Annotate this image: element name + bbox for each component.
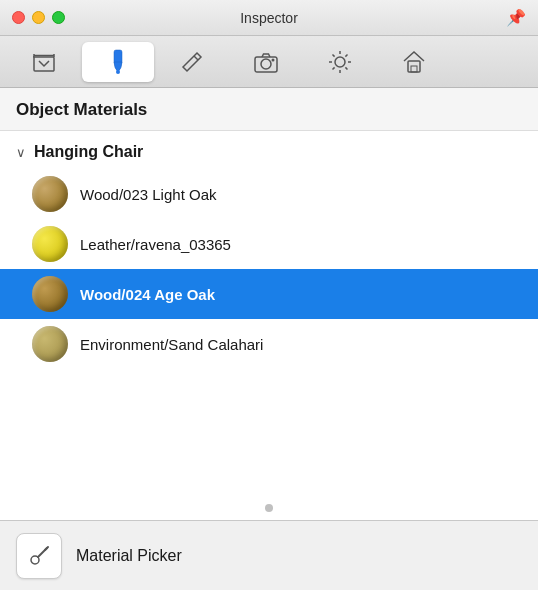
tab-dimensions[interactable] bbox=[8, 42, 80, 82]
home-icon bbox=[401, 49, 427, 75]
content-area: ∨ Hanging Chair Wood/023 Light Oak Leath… bbox=[0, 131, 538, 496]
picker-icon bbox=[27, 544, 51, 568]
chevron-icon: ∨ bbox=[16, 145, 26, 160]
svg-line-24 bbox=[45, 547, 48, 550]
svg-point-6 bbox=[116, 70, 120, 74]
tab-edit[interactable] bbox=[156, 42, 228, 82]
svg-line-18 bbox=[345, 54, 347, 56]
svg-line-16 bbox=[333, 54, 335, 56]
svg-point-9 bbox=[261, 59, 271, 69]
dimensions-icon bbox=[31, 49, 57, 75]
maximize-button[interactable] bbox=[52, 11, 65, 24]
material-name-wood-age: Wood/024 Age Oak bbox=[80, 286, 215, 303]
bottom-bar: Material Picker bbox=[0, 520, 538, 590]
titlebar: Inspector 📌 bbox=[0, 0, 538, 36]
edit-icon bbox=[180, 50, 204, 74]
material-swatch-wood-age bbox=[32, 276, 68, 312]
sun-icon bbox=[327, 49, 353, 75]
section-title: Object Materials bbox=[16, 100, 147, 119]
material-swatch-leather bbox=[32, 226, 68, 262]
traffic-lights bbox=[12, 11, 65, 24]
svg-point-11 bbox=[335, 57, 345, 67]
picker-label: Material Picker bbox=[76, 547, 182, 565]
material-swatch-wood-light bbox=[32, 176, 68, 212]
close-button[interactable] bbox=[12, 11, 25, 24]
svg-line-17 bbox=[345, 67, 347, 69]
material-item-wood-age[interactable]: Wood/024 Age Oak bbox=[0, 269, 538, 319]
material-name-sand: Environment/Sand Calahari bbox=[80, 336, 263, 353]
svg-rect-0 bbox=[34, 57, 54, 71]
svg-line-19 bbox=[333, 67, 335, 69]
tab-home[interactable] bbox=[378, 42, 450, 82]
camera-icon bbox=[253, 50, 279, 74]
material-item-leather[interactable]: Leather/ravena_03365 bbox=[0, 219, 538, 269]
minimize-button[interactable] bbox=[32, 11, 45, 24]
material-item-sand[interactable]: Environment/Sand Calahari bbox=[0, 319, 538, 369]
toolbar bbox=[0, 36, 538, 88]
group-header[interactable]: ∨ Hanging Chair bbox=[0, 131, 538, 169]
scroll-indicator bbox=[0, 496, 538, 520]
material-item-wood-light[interactable]: Wood/023 Light Oak bbox=[0, 169, 538, 219]
svg-line-7 bbox=[194, 56, 198, 60]
material-name-wood-light: Wood/023 Light Oak bbox=[80, 186, 216, 203]
brush-icon bbox=[105, 48, 131, 76]
tab-camera[interactable] bbox=[230, 42, 302, 82]
tab-sun[interactable] bbox=[304, 42, 376, 82]
section-header: Object Materials bbox=[0, 88, 538, 131]
group-name: Hanging Chair bbox=[34, 143, 143, 161]
material-picker-button[interactable] bbox=[16, 533, 62, 579]
tab-materials[interactable] bbox=[82, 42, 154, 82]
material-name-leather: Leather/ravena_03365 bbox=[80, 236, 231, 253]
window-title: Inspector bbox=[240, 10, 298, 26]
pin-icon[interactable]: 📌 bbox=[506, 8, 526, 27]
material-swatch-sand bbox=[32, 326, 68, 362]
svg-rect-21 bbox=[411, 66, 417, 72]
svg-point-10 bbox=[272, 58, 275, 61]
scroll-dot bbox=[265, 504, 273, 512]
